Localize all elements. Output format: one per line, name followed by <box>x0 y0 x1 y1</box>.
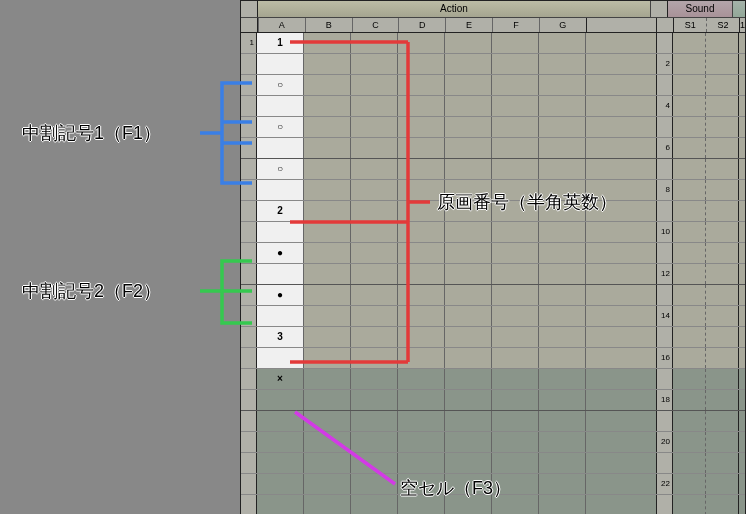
cell-action[interactable] <box>586 117 657 137</box>
cell-action[interactable] <box>445 138 492 158</box>
cell-action[interactable] <box>445 96 492 116</box>
cell-action[interactable] <box>304 264 351 284</box>
cell-action[interactable] <box>586 96 657 116</box>
cell-rest[interactable] <box>739 306 745 326</box>
cell-action[interactable] <box>492 201 539 221</box>
cell-sound[interactable] <box>706 33 739 53</box>
cell-action[interactable] <box>398 264 445 284</box>
cell-action[interactable] <box>398 327 445 347</box>
cell-sound[interactable] <box>706 180 739 200</box>
cell-action[interactable] <box>586 138 657 158</box>
cell-action[interactable] <box>445 432 492 452</box>
cell-action[interactable] <box>586 75 657 95</box>
cell-action[interactable] <box>539 495 586 514</box>
cell-rest[interactable] <box>739 180 745 200</box>
cell-action[interactable] <box>539 243 586 263</box>
cell-action[interactable] <box>539 453 586 473</box>
cell-rest[interactable] <box>739 495 745 514</box>
cell-action[interactable] <box>539 285 586 305</box>
cell-A[interactable] <box>257 390 304 410</box>
cell-sound[interactable] <box>706 327 739 347</box>
cell-action[interactable] <box>539 159 586 179</box>
cell-action[interactable] <box>586 411 657 431</box>
cell-action[interactable] <box>539 327 586 347</box>
cell-sound[interactable] <box>706 495 739 514</box>
cell-action[interactable] <box>539 138 586 158</box>
cell-rest[interactable] <box>739 369 745 389</box>
cell-rest[interactable] <box>739 138 745 158</box>
cell-rest[interactable] <box>739 411 745 431</box>
cell-action[interactable] <box>445 411 492 431</box>
cell-action[interactable] <box>586 369 657 389</box>
cell-action[interactable] <box>492 474 539 494</box>
cell-action[interactable] <box>398 285 445 305</box>
cell-action[interactable] <box>304 453 351 473</box>
cell-sound[interactable] <box>673 369 706 389</box>
cell-sound[interactable] <box>673 201 706 221</box>
cell-action[interactable] <box>398 495 445 514</box>
cell-action[interactable] <box>492 327 539 347</box>
cell-action[interactable] <box>539 411 586 431</box>
cell-sound[interactable] <box>673 117 706 137</box>
cell-action[interactable] <box>351 201 398 221</box>
cell-action[interactable] <box>351 75 398 95</box>
cell-sound[interactable] <box>673 495 706 514</box>
cell-action[interactable] <box>492 33 539 53</box>
cell-sound[interactable] <box>673 33 706 53</box>
cell-action[interactable] <box>398 243 445 263</box>
cell-action[interactable] <box>445 264 492 284</box>
cell-rest[interactable] <box>739 390 745 410</box>
cell-action[interactable] <box>539 390 586 410</box>
cell-action[interactable] <box>351 390 398 410</box>
cell-action[interactable] <box>492 75 539 95</box>
cell-action[interactable] <box>445 369 492 389</box>
cell-action[interactable] <box>586 306 657 326</box>
cell-action[interactable] <box>398 369 445 389</box>
cell-action[interactable] <box>492 117 539 137</box>
cell-A[interactable]: ○ <box>257 117 304 137</box>
cell-sound[interactable] <box>706 75 739 95</box>
cell-action[interactable] <box>539 117 586 137</box>
cell-A[interactable]: ○ <box>257 159 304 179</box>
cell-action[interactable] <box>492 243 539 263</box>
cell-action[interactable] <box>586 285 657 305</box>
cell-action[interactable] <box>539 432 586 452</box>
cell-action[interactable] <box>492 285 539 305</box>
cell-sound[interactable] <box>673 54 706 74</box>
cell-sound[interactable] <box>673 264 706 284</box>
cell-action[interactable] <box>492 306 539 326</box>
cell-A[interactable]: ● <box>257 285 304 305</box>
cell-action[interactable] <box>586 33 657 53</box>
cell-action[interactable] <box>304 495 351 514</box>
cell-action[interactable] <box>445 390 492 410</box>
cell-sound[interactable] <box>706 474 739 494</box>
cell-A[interactable]: ● <box>257 243 304 263</box>
cell-action[interactable] <box>492 96 539 116</box>
cell-action[interactable] <box>445 327 492 347</box>
cell-sound[interactable] <box>706 138 739 158</box>
cell-A[interactable] <box>257 432 304 452</box>
cell-A[interactable] <box>257 138 304 158</box>
cell-action[interactable] <box>398 33 445 53</box>
cell-action[interactable] <box>304 348 351 368</box>
cell-A[interactable]: × <box>257 369 304 389</box>
cell-action[interactable] <box>351 159 398 179</box>
cell-sound[interactable] <box>673 348 706 368</box>
cell-sound[interactable] <box>706 411 739 431</box>
cell-action[interactable] <box>492 411 539 431</box>
cell-action[interactable] <box>398 432 445 452</box>
cell-action[interactable] <box>445 222 492 242</box>
cell-rest[interactable] <box>739 285 745 305</box>
cell-action[interactable] <box>586 348 657 368</box>
cell-action[interactable] <box>351 495 398 514</box>
cell-A[interactable] <box>257 411 304 431</box>
cell-action[interactable] <box>398 453 445 473</box>
cell-action[interactable] <box>445 306 492 326</box>
cell-rest[interactable] <box>739 243 745 263</box>
cell-sound[interactable] <box>706 306 739 326</box>
cell-A[interactable] <box>257 306 304 326</box>
cell-action[interactable] <box>586 432 657 452</box>
cell-action[interactable] <box>492 453 539 473</box>
cell-action[interactable] <box>304 75 351 95</box>
cell-action[interactable] <box>351 474 398 494</box>
